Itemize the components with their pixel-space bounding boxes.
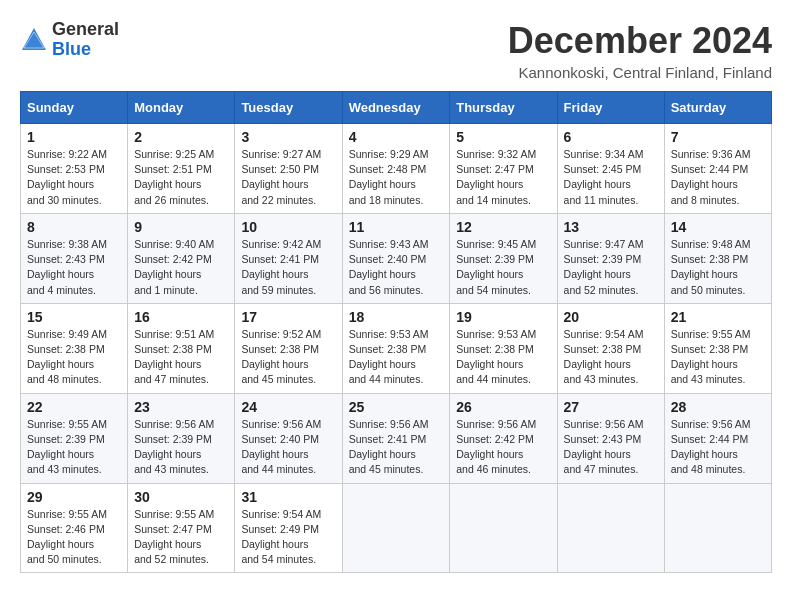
daylight-duration: and 18 minutes. xyxy=(349,194,424,206)
daylight-duration: and 56 minutes. xyxy=(349,284,424,296)
sunrise-text: Sunrise: 9:25 AM xyxy=(134,148,214,160)
logo: General Blue xyxy=(20,20,119,60)
day-number: 20 xyxy=(564,309,658,325)
calendar-cell xyxy=(342,483,450,573)
sunrise-text: Sunrise: 9:45 AM xyxy=(456,238,536,250)
daylight-duration: and 43 minutes. xyxy=(671,373,746,385)
daylight-label: Daylight hours xyxy=(564,358,631,370)
day-detail: Sunrise: 9:29 AMSunset: 2:48 PMDaylight … xyxy=(349,147,444,208)
sunset-text: Sunset: 2:38 PM xyxy=(27,343,105,355)
day-detail: Sunrise: 9:38 AMSunset: 2:43 PMDaylight … xyxy=(27,237,121,298)
sunset-text: Sunset: 2:43 PM xyxy=(564,433,642,445)
sunset-text: Sunset: 2:46 PM xyxy=(27,523,105,535)
calendar-cell: 24Sunrise: 9:56 AMSunset: 2:40 PMDayligh… xyxy=(235,393,342,483)
day-number: 26 xyxy=(456,399,550,415)
sunset-text: Sunset: 2:41 PM xyxy=(241,253,319,265)
day-number: 16 xyxy=(134,309,228,325)
sunrise-text: Sunrise: 9:56 AM xyxy=(671,418,751,430)
day-detail: Sunrise: 9:51 AMSunset: 2:38 PMDaylight … xyxy=(134,327,228,388)
daylight-duration: and 50 minutes. xyxy=(671,284,746,296)
sunrise-text: Sunrise: 9:42 AM xyxy=(241,238,321,250)
sunrise-text: Sunrise: 9:54 AM xyxy=(241,508,321,520)
day-number: 6 xyxy=(564,129,658,145)
day-number: 27 xyxy=(564,399,658,415)
calendar-cell: 2Sunrise: 9:25 AMSunset: 2:51 PMDaylight… xyxy=(128,124,235,214)
sunset-text: Sunset: 2:41 PM xyxy=(349,433,427,445)
day-number: 14 xyxy=(671,219,765,235)
sunrise-text: Sunrise: 9:56 AM xyxy=(241,418,321,430)
sunset-text: Sunset: 2:48 PM xyxy=(349,163,427,175)
calendar-cell: 4Sunrise: 9:29 AMSunset: 2:48 PMDaylight… xyxy=(342,124,450,214)
weekday-header: Thursday xyxy=(450,92,557,124)
daylight-label: Daylight hours xyxy=(134,358,201,370)
logo-icon xyxy=(20,26,48,54)
daylight-duration: and 1 minute. xyxy=(134,284,198,296)
sunrise-text: Sunrise: 9:56 AM xyxy=(349,418,429,430)
daylight-duration: and 8 minutes. xyxy=(671,194,740,206)
day-number: 11 xyxy=(349,219,444,235)
daylight-duration: and 30 minutes. xyxy=(27,194,102,206)
calendar-cell: 9Sunrise: 9:40 AMSunset: 2:42 PMDaylight… xyxy=(128,213,235,303)
day-number: 8 xyxy=(27,219,121,235)
daylight-duration: and 46 minutes. xyxy=(456,463,531,475)
daylight-duration: and 4 minutes. xyxy=(27,284,96,296)
sunrise-text: Sunrise: 9:38 AM xyxy=(27,238,107,250)
location-title: Kannonkoski, Central Finland, Finland xyxy=(508,64,772,81)
daylight-duration: and 43 minutes. xyxy=(564,373,639,385)
daylight-duration: and 44 minutes. xyxy=(241,463,316,475)
sunset-text: Sunset: 2:51 PM xyxy=(134,163,212,175)
daylight-label: Daylight hours xyxy=(27,178,94,190)
sunrise-text: Sunrise: 9:53 AM xyxy=(349,328,429,340)
calendar-cell: 20Sunrise: 9:54 AMSunset: 2:38 PMDayligh… xyxy=(557,303,664,393)
sunset-text: Sunset: 2:38 PM xyxy=(456,343,534,355)
day-detail: Sunrise: 9:42 AMSunset: 2:41 PMDaylight … xyxy=(241,237,335,298)
daylight-label: Daylight hours xyxy=(671,358,738,370)
day-number: 1 xyxy=(27,129,121,145)
sunrise-text: Sunrise: 9:55 AM xyxy=(134,508,214,520)
day-number: 18 xyxy=(349,309,444,325)
daylight-label: Daylight hours xyxy=(671,268,738,280)
sunrise-text: Sunrise: 9:32 AM xyxy=(456,148,536,160)
sunset-text: Sunset: 2:44 PM xyxy=(671,163,749,175)
daylight-duration: and 44 minutes. xyxy=(349,373,424,385)
sunset-text: Sunset: 2:38 PM xyxy=(349,343,427,355)
calendar-cell: 25Sunrise: 9:56 AMSunset: 2:41 PMDayligh… xyxy=(342,393,450,483)
day-detail: Sunrise: 9:45 AMSunset: 2:39 PMDaylight … xyxy=(456,237,550,298)
sunset-text: Sunset: 2:49 PM xyxy=(241,523,319,535)
calendar-cell: 8Sunrise: 9:38 AMSunset: 2:43 PMDaylight… xyxy=(21,213,128,303)
daylight-label: Daylight hours xyxy=(27,448,94,460)
day-detail: Sunrise: 9:52 AMSunset: 2:38 PMDaylight … xyxy=(241,327,335,388)
sunset-text: Sunset: 2:53 PM xyxy=(27,163,105,175)
daylight-duration: and 54 minutes. xyxy=(456,284,531,296)
daylight-label: Daylight hours xyxy=(671,178,738,190)
day-detail: Sunrise: 9:53 AMSunset: 2:38 PMDaylight … xyxy=(456,327,550,388)
sunrise-text: Sunrise: 9:34 AM xyxy=(564,148,644,160)
day-detail: Sunrise: 9:56 AMSunset: 2:41 PMDaylight … xyxy=(349,417,444,478)
weekday-header: Monday xyxy=(128,92,235,124)
sunset-text: Sunset: 2:39 PM xyxy=(27,433,105,445)
daylight-label: Daylight hours xyxy=(456,178,523,190)
sunset-text: Sunset: 2:43 PM xyxy=(27,253,105,265)
day-detail: Sunrise: 9:48 AMSunset: 2:38 PMDaylight … xyxy=(671,237,765,298)
daylight-label: Daylight hours xyxy=(564,268,631,280)
day-number: 28 xyxy=(671,399,765,415)
calendar-cell: 23Sunrise: 9:56 AMSunset: 2:39 PMDayligh… xyxy=(128,393,235,483)
sunset-text: Sunset: 2:40 PM xyxy=(349,253,427,265)
day-detail: Sunrise: 9:36 AMSunset: 2:44 PMDaylight … xyxy=(671,147,765,208)
sunrise-text: Sunrise: 9:52 AM xyxy=(241,328,321,340)
sunset-text: Sunset: 2:40 PM xyxy=(241,433,319,445)
sunset-text: Sunset: 2:42 PM xyxy=(134,253,212,265)
calendar-cell: 5Sunrise: 9:32 AMSunset: 2:47 PMDaylight… xyxy=(450,124,557,214)
calendar-cell: 30Sunrise: 9:55 AMSunset: 2:47 PMDayligh… xyxy=(128,483,235,573)
day-detail: Sunrise: 9:54 AMSunset: 2:49 PMDaylight … xyxy=(241,507,335,568)
daylight-duration: and 54 minutes. xyxy=(241,553,316,565)
daylight-label: Daylight hours xyxy=(241,178,308,190)
calendar-cell: 22Sunrise: 9:55 AMSunset: 2:39 PMDayligh… xyxy=(21,393,128,483)
sunrise-text: Sunrise: 9:54 AM xyxy=(564,328,644,340)
daylight-label: Daylight hours xyxy=(349,268,416,280)
day-number: 31 xyxy=(241,489,335,505)
sunset-text: Sunset: 2:39 PM xyxy=(564,253,642,265)
calendar-week-row: 1Sunrise: 9:22 AMSunset: 2:53 PMDaylight… xyxy=(21,124,772,214)
day-number: 3 xyxy=(241,129,335,145)
daylight-duration: and 44 minutes. xyxy=(456,373,531,385)
